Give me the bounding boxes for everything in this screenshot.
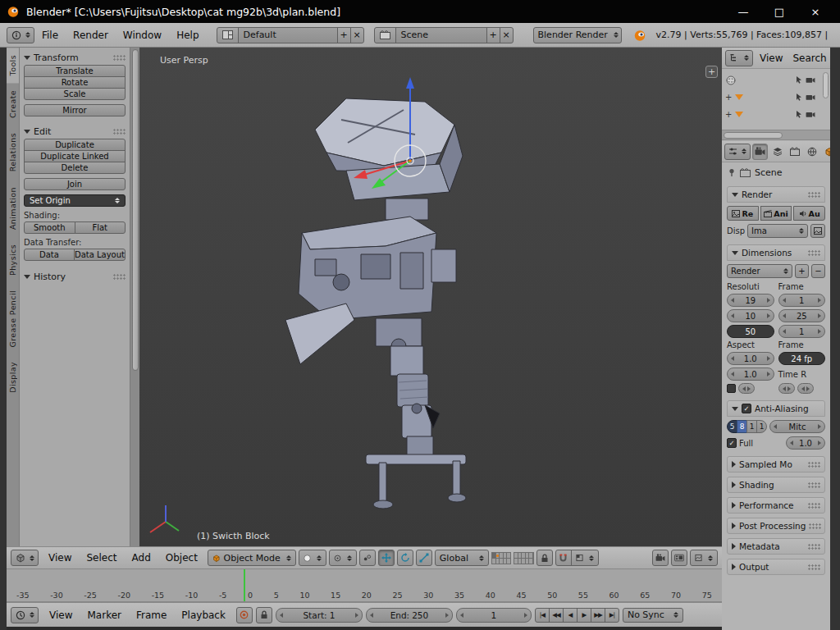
camera-icon[interactable] bbox=[806, 110, 815, 118]
mirror-button[interactable]: Mirror bbox=[24, 104, 126, 116]
increment-arrow-icon[interactable] bbox=[355, 613, 358, 618]
editor-type-button-3d[interactable] bbox=[11, 550, 39, 566]
shading-toggle[interactable]: Flat bbox=[75, 221, 126, 234]
menu-item[interactable]: Add bbox=[125, 552, 158, 564]
expand-icon[interactable]: + bbox=[725, 110, 732, 119]
viewport-shading-dropdown[interactable] bbox=[299, 550, 326, 566]
maximize-button[interactable]: □ bbox=[761, 0, 797, 23]
tool-shelf-tab[interactable]: Grease Pencil bbox=[7, 283, 19, 355]
keying-set-lock-button[interactable] bbox=[256, 607, 272, 623]
menu-item[interactable]: Window bbox=[116, 30, 169, 41]
small-stepper-field[interactable] bbox=[738, 383, 755, 394]
render-presets-dropdown[interactable]: Render bbox=[727, 264, 792, 278]
collapsed-panel-header[interactable]: Post Processing bbox=[727, 518, 825, 534]
shading-toggle[interactable]: Smooth bbox=[24, 221, 75, 234]
collapsed-panel-header[interactable]: Shading bbox=[727, 477, 825, 493]
frame-step-field[interactable]: 1 bbox=[778, 325, 826, 338]
tool-shelf-tab[interactable]: Tools bbox=[7, 48, 19, 83]
orientation-dropdown[interactable]: Global bbox=[435, 550, 489, 566]
scene-delete-button[interactable]: × bbox=[500, 27, 514, 43]
current-frame-indicator[interactable] bbox=[244, 569, 245, 602]
scale-manipulator-toggle[interactable] bbox=[416, 550, 432, 566]
tool-button[interactable]: Scale bbox=[24, 88, 126, 100]
active-layer-cell[interactable] bbox=[492, 553, 495, 558]
screen-layout-add-button[interactable]: + bbox=[337, 27, 351, 43]
menu-item[interactable]: Help bbox=[169, 30, 206, 41]
outliner-vscrollbar[interactable] bbox=[823, 72, 829, 98]
editor-type-button-info[interactable] bbox=[7, 27, 34, 43]
playback-button[interactable]: ◀◀ bbox=[549, 608, 564, 623]
timeline-ruler[interactable]: -35-30-25-20-15-10-505101520253035404550… bbox=[7, 569, 722, 602]
menu-item[interactable]: Render bbox=[66, 30, 116, 41]
frame-start-field[interactable]: 1 bbox=[778, 294, 826, 307]
breadcrumb-label[interactable]: Scene bbox=[755, 167, 783, 178]
aa-samples-toggle[interactable]: 1 bbox=[756, 420, 767, 433]
lock-to-scene-toggle[interactable] bbox=[536, 550, 553, 566]
collapsed-panel-header[interactable]: Output bbox=[727, 559, 825, 575]
display-mode-dropdown[interactable]: Ima bbox=[747, 224, 808, 238]
collapsed-panel-header[interactable]: Sampled Mo bbox=[727, 456, 825, 472]
frame-start-field[interactable]: Start: 1 bbox=[276, 608, 363, 623]
dimensions-panel-header[interactable]: Dimensions bbox=[727, 244, 825, 261]
snap-magnet-toggle[interactable] bbox=[555, 550, 572, 566]
menu-item[interactable]: Search bbox=[788, 52, 830, 64]
data-transfer-button[interactable]: Data bbox=[24, 249, 75, 261]
resolution-percentage-slider[interactable]: 50 bbox=[727, 325, 774, 338]
outliner-row-scene[interactable] bbox=[725, 71, 827, 89]
menu-item[interactable]: Frame bbox=[129, 609, 174, 621]
current-frame-field[interactable]: 1 bbox=[456, 608, 532, 623]
menu-item[interactable]: View bbox=[42, 609, 80, 621]
playback-button[interactable]: ▶ bbox=[577, 608, 591, 623]
full-sample-checkbox[interactable]: ✓ bbox=[727, 438, 737, 448]
scrollbar-thumb[interactable] bbox=[132, 49, 139, 371]
expand-icon[interactable]: + bbox=[725, 93, 732, 102]
preset-add-button[interactable]: + bbox=[795, 264, 809, 278]
render-engine-dropdown[interactable]: Blender Render bbox=[533, 27, 622, 43]
menu-item[interactable]: View bbox=[755, 52, 788, 64]
time-remap-new-field[interactable] bbox=[797, 383, 814, 394]
outliner-row-object[interactable]: + bbox=[725, 106, 827, 123]
layers-grid-left[interactable] bbox=[491, 552, 512, 564]
scene-name-field[interactable]: Scene bbox=[395, 27, 487, 43]
border-checkbox[interactable] bbox=[727, 384, 736, 393]
menu-item[interactable]: File bbox=[34, 30, 66, 41]
data-transfer-button[interactable]: Data Layout bbox=[74, 249, 126, 261]
playback-button[interactable]: |◀ bbox=[535, 608, 550, 623]
set-origin-menu[interactable]: Set Origin bbox=[24, 194, 126, 207]
preset-remove-button[interactable]: − bbox=[811, 264, 825, 278]
decrement-arrow-icon[interactable] bbox=[280, 613, 283, 618]
close-button[interactable]: × bbox=[797, 0, 833, 23]
tool-shelf-scrollbar[interactable] bbox=[130, 48, 139, 546]
pin-icon[interactable] bbox=[728, 168, 736, 177]
tool-shelf-tab[interactable]: Display bbox=[7, 354, 19, 400]
resolution-y-field[interactable]: 10 bbox=[727, 309, 774, 322]
transform-panel-header[interactable]: Transform bbox=[24, 51, 126, 65]
history-panel-header[interactable]: History bbox=[24, 270, 126, 284]
tool-shelf-tab[interactable]: Animation bbox=[7, 180, 19, 237]
increment-arrow-icon[interactable] bbox=[445, 613, 449, 618]
outliner-hscrollbar[interactable] bbox=[722, 130, 830, 140]
frame-rate-dropdown[interactable]: 24 fp bbox=[778, 352, 826, 365]
menu-item[interactable]: Select bbox=[79, 552, 124, 564]
aspect-y-field[interactable]: 1.0 bbox=[727, 368, 774, 381]
collapsed-panel-header[interactable]: Performance bbox=[727, 497, 825, 514]
outliner-row-object[interactable]: + bbox=[725, 89, 827, 106]
tab-render-layers[interactable] bbox=[769, 144, 785, 160]
render-button[interactable]: Re bbox=[727, 206, 759, 221]
anti-aliasing-panel-header[interactable]: ✓ Anti-Aliasing bbox=[727, 400, 825, 417]
tab-render[interactable] bbox=[752, 144, 768, 160]
cursor-icon[interactable] bbox=[795, 75, 803, 84]
resolution-x-field[interactable]: 19 bbox=[727, 294, 774, 307]
audio-button[interactable]: Au bbox=[793, 206, 825, 221]
tool-button[interactable]: Translate bbox=[24, 65, 126, 77]
camera-icon[interactable] bbox=[806, 93, 815, 101]
screen-layout-browse-button[interactable] bbox=[217, 27, 239, 43]
menu-item[interactable]: Object bbox=[158, 552, 205, 564]
menu-item[interactable]: Marker bbox=[80, 609, 128, 621]
frame-end-field[interactable]: 25 bbox=[778, 309, 826, 322]
tool-shelf-tab[interactable]: Relations bbox=[7, 126, 19, 179]
viewport-3d[interactable]: User Persp (1) Swicth Block + bbox=[139, 48, 722, 546]
manipulate-center-points-toggle[interactable] bbox=[359, 550, 376, 566]
tab-world[interactable] bbox=[804, 144, 819, 160]
aspect-x-field[interactable]: 1.0 bbox=[727, 352, 774, 365]
